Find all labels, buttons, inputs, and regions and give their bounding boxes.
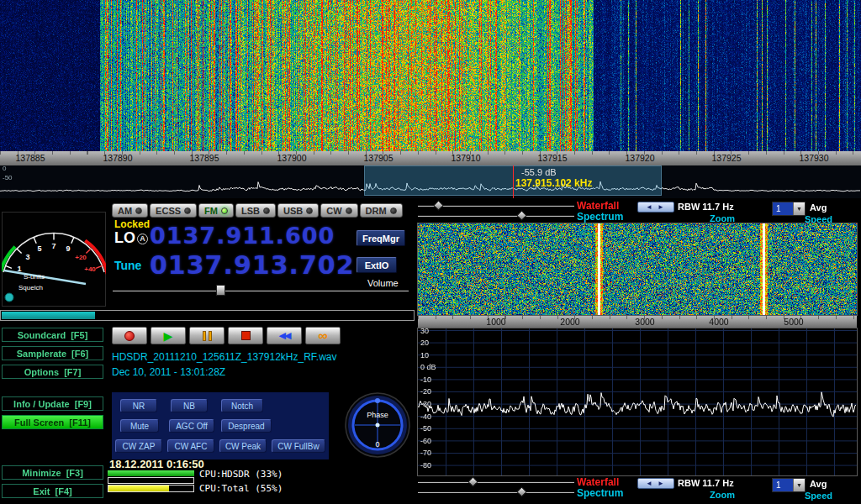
slider-groove	[418, 481, 574, 483]
record-button[interactable]	[112, 327, 147, 344]
full-screen-button[interactable]: Full Screen [F11]	[2, 415, 103, 429]
info-update-button[interactable]: Info / Update [F9]	[2, 396, 103, 411]
mode-label: DRM	[366, 206, 387, 216]
pause-button[interactable]	[189, 327, 224, 344]
despread-button[interactable]: Despread	[221, 419, 272, 433]
mode-lsb-button[interactable]: LSB	[235, 203, 276, 218]
af-bottom-slider-1-thumb[interactable]	[468, 476, 479, 487]
options-button[interactable]: Options [F7]	[2, 365, 103, 379]
minimize-button[interactable]: Minimize [F3]	[2, 465, 103, 480]
hdsdr-window: 137885 137890 137895 137900 137905 13791…	[0, 0, 861, 504]
rf-top-slider-2-thumb[interactable]	[516, 210, 527, 221]
soundcard-button[interactable]: Soundcard [F5]	[2, 328, 103, 342]
rf-top-shift-button[interactable]: ◄ ►	[637, 202, 674, 213]
af-scale-label: 1000	[486, 317, 505, 327]
tune-frequency-display[interactable]: 0137.913.702	[150, 250, 355, 280]
play-button[interactable]: ▶	[151, 327, 186, 344]
play-icon: ▶	[164, 329, 173, 343]
mode-usb-button[interactable]: USB	[277, 203, 319, 218]
lo-a-badge[interactable]: A	[137, 234, 148, 244]
freq-scale-label: 137910	[451, 153, 480, 163]
af-bottom-zoom-label: Zoom	[710, 490, 735, 500]
db-axis-label: -20	[420, 387, 431, 396]
af-scale-bar[interactable]: 1000 2000 3000 4000 5000	[418, 316, 857, 328]
freq-scale-label: 137900	[277, 153, 306, 163]
rf-top-spectrum-tab[interactable]: Spectrum	[577, 212, 623, 223]
mode-led-icon	[346, 207, 352, 214]
mute-button[interactable]: Mute	[120, 419, 159, 433]
cpu-bar-empty	[108, 477, 194, 484]
db-axis-label: -70	[420, 449, 431, 457]
af-spectrum[interactable]	[418, 328, 857, 475]
dsp-panel: NR NB Notch Mute AGC Off Despread CW ZAP…	[112, 392, 329, 459]
agc-button[interactable]: AGC Off	[169, 419, 214, 433]
cw-peak-button[interactable]: CW Peak	[219, 439, 267, 453]
rf-top-slider-1[interactable]	[418, 202, 574, 210]
lo-frequency-display[interactable]: 0137.911.600	[150, 223, 335, 249]
mode-fm-button[interactable]: FM	[198, 203, 234, 218]
squelch-handle[interactable]	[5, 293, 13, 302]
cw-zap-button[interactable]: CW ZAP	[115, 439, 162, 453]
cpu-total-label: CPU:Total (55%)	[199, 484, 283, 494]
slider-groove	[418, 215, 574, 217]
s-meter-tick-label: 3	[25, 253, 29, 261]
af-bottom-slider-1[interactable]	[418, 478, 574, 486]
af-waterfall[interactable]	[418, 223, 857, 315]
loop-button[interactable]: ∞	[305, 327, 341, 344]
main-waterfall[interactable]	[0, 0, 861, 151]
rewind-icon: ◀◀	[279, 330, 290, 341]
nr-button[interactable]: NR	[120, 399, 157, 412]
rf-top-avg-label: Avg	[810, 202, 827, 213]
exit-button[interactable]: Exit [F4]	[2, 484, 103, 498]
af-bottom-speed-dropdown[interactable]: 1 ▼	[772, 478, 806, 492]
menu-key: [F3]	[66, 468, 83, 478]
rf-top-speed-dropdown[interactable]: 1 ▼	[772, 202, 806, 216]
cpu-hdsdr-label: CPU:HDSDR (33%)	[199, 470, 283, 480]
af-bottom-slider-2-thumb[interactable]	[516, 486, 527, 497]
cw-fullbw-button[interactable]: CW FullBw	[272, 439, 325, 453]
menu-label: Exit	[33, 486, 50, 496]
menu-label: Full Screen	[14, 417, 64, 428]
s-units-label: S-units	[24, 273, 45, 281]
rewind-button[interactable]: ◀◀	[267, 327, 302, 344]
mode-led-icon	[184, 207, 191, 214]
db-axis-label: -50	[420, 424, 431, 433]
rf-top-slider-2[interactable]	[418, 212, 574, 220]
frequency-ruler[interactable]: 137885 137890 137895 137900 137905 13791…	[0, 151, 861, 165]
notch-button[interactable]: Notch	[221, 399, 263, 412]
s-meter-tick-label: 5	[37, 244, 41, 253]
db-readout: -55.9 dB	[521, 167, 557, 177]
stop-icon	[241, 331, 251, 340]
rf-spectrum-strip[interactable]: 0 -50 -55.9 dB 137.915.102 kHz	[0, 165, 861, 198]
phase-indicator: Phase 0	[344, 391, 411, 459]
recording-filename: HDSDR_20111210_125611Z_137912kHz_RF.wav	[112, 352, 337, 363]
dropdown-arrow-icon[interactable]: ▼	[793, 202, 805, 215]
volume-slider[interactable]	[113, 286, 409, 295]
mode-cw-button[interactable]: CW	[320, 203, 357, 218]
mode-ecss-button[interactable]: ECSS	[150, 203, 197, 218]
squelch-level-bar[interactable]	[0, 310, 415, 321]
squelch-label: Squelch	[18, 284, 43, 291]
dropdown-arrow-icon[interactable]: ▼	[793, 479, 805, 491]
mode-am-button[interactable]: AM	[112, 203, 148, 218]
rf-top-slider-1-thumb[interactable]	[434, 200, 445, 211]
cw-afc-button[interactable]: CW AFC	[167, 439, 214, 453]
s-meter-tick-label-red: +20	[75, 254, 87, 261]
mode-drm-button[interactable]: DRM	[360, 203, 403, 218]
samplerate-button[interactable]: Samplerate [F6]	[2, 346, 103, 360]
volume-slider-thumb[interactable]	[216, 285, 225, 296]
freqmgr-button[interactable]: FreqMgr	[357, 230, 405, 246]
freq-scale-label: 137885	[15, 153, 45, 163]
stop-button[interactable]	[228, 327, 263, 344]
af-bottom-slider-2[interactable]	[418, 488, 574, 496]
dropdown-value: 1	[773, 202, 793, 215]
extio-button[interactable]: ExtIO	[357, 257, 397, 273]
af-bottom-spectrum-tab[interactable]: Spectrum	[577, 488, 623, 499]
af-bottom-avg-label: Avg	[810, 479, 827, 489]
af-bottom-shift-button[interactable]: ◄ ►	[637, 478, 674, 489]
cpu-bar-green	[108, 470, 194, 476]
nb-button[interactable]: NB	[171, 399, 208, 412]
rf-top-rbw-label: RBW 11.7 Hz	[678, 202, 734, 212]
lo-label: LO	[114, 230, 135, 247]
af-scale-label: 4000	[709, 317, 728, 327]
